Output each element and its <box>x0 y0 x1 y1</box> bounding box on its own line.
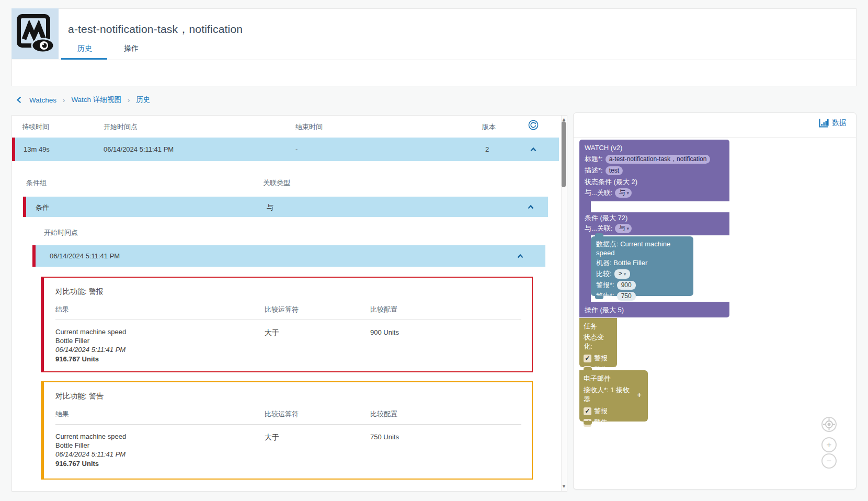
watch-name-field[interactable]: a-test-notification-task，notification <box>606 155 711 164</box>
operator-value: 大于 <box>265 328 279 338</box>
condition-max-label: 条件 (最大 72) <box>585 213 627 223</box>
datapoint-condition-block[interactable]: 数据点: Current machine speed 机器: Bottle Fi… <box>591 236 693 296</box>
block-connector-notch <box>595 233 603 237</box>
col-relation-type: 关联类型 <box>263 178 290 188</box>
condition-relation: 与 <box>267 203 273 212</box>
breadcrumb-history[interactable]: 历史 <box>136 95 150 105</box>
alert-threshold-label: 警报*: <box>596 280 614 290</box>
plus-icon: + <box>827 440 832 450</box>
tab-history[interactable]: 历史 <box>77 44 92 53</box>
row-version: 2 <box>485 145 489 153</box>
watch-desc-field[interactable]: test <box>606 166 623 175</box>
watch-block-spine <box>579 201 591 212</box>
collapse-row-chevron-icon[interactable] <box>530 146 537 153</box>
center-view-button[interactable] <box>821 417 837 432</box>
minus-icon: − <box>827 456 832 466</box>
result-time: 06/14/2024 5:11:41 PM <box>55 450 125 458</box>
collapse-condition-chevron-icon[interactable] <box>527 203 534 211</box>
breadcrumb-watch-detail[interactable]: Watch 详细视图 <box>71 95 121 105</box>
condition-relation-label: 与...关联: <box>585 224 612 233</box>
result-value: 916.767 Units <box>55 355 99 363</box>
chevron-down-icon: ▾ <box>626 190 629 196</box>
datapoint-label: 数据点: Current machine speed <box>596 240 688 257</box>
email-alert-checkbox[interactable]: ✓ <box>584 407 591 415</box>
alert-comparison-card: 对比功能: 警报 结果 比较运算符 比较配置 Current machine s… <box>41 277 533 372</box>
condition-name: 条件 <box>36 203 49 212</box>
watch-condition-section[interactable]: 条件 (最大 72) 与...关联: 与▾ <box>579 212 729 235</box>
email-action-block[interactable]: 电子邮件 接收人*: 1 接收器 ＋ ✓ 警报 ✓ 警告 <box>579 370 648 422</box>
config-value: 900 Units <box>370 328 399 336</box>
compare-operator-dropdown[interactable]: >▾ <box>614 269 631 279</box>
history-row[interactable] <box>12 138 559 161</box>
watch-actions-section[interactable]: 操作 (最大 5) <box>579 302 729 317</box>
breadcrumb: Watches › Watch 详细视图 › 历史 <box>16 95 150 105</box>
watch-block[interactable]: WATCH (v2) 标题*: a-test-notification-task… <box>579 140 729 201</box>
collapse-start-chevron-icon[interactable] <box>517 253 524 260</box>
card-divider <box>55 320 521 320</box>
panel-divider <box>574 138 856 138</box>
check-icon: ✓ <box>585 355 590 362</box>
watch-desc-label: 描述*: <box>585 166 603 175</box>
comparison-title: 对比功能: 警报 <box>55 287 104 297</box>
email-warning-label: 警告 <box>594 418 608 427</box>
scroll-down-icon[interactable]: ▼ <box>562 484 566 488</box>
zoom-in-button[interactable]: + <box>821 437 837 452</box>
col-operator: 比较运算符 <box>265 305 299 314</box>
col-result: 结果 <box>55 305 69 314</box>
tab-actions[interactable]: 操作 <box>124 44 139 53</box>
result-value: 916.767 Units <box>55 460 99 468</box>
data-button-label: 数据 <box>832 118 847 128</box>
col-config: 比较配置 <box>370 305 397 314</box>
col-operator: 比较运算符 <box>265 409 299 419</box>
col-config: 比较配置 <box>370 409 397 419</box>
col-version: 版本 <box>482 122 496 132</box>
col-duration: 持续时间 <box>22 122 49 132</box>
refresh-icon[interactable] <box>528 120 539 132</box>
start-time-value: 06/14/2024 5:11:41 PM <box>50 252 120 260</box>
result-datapoint: Current machine speed <box>55 432 126 440</box>
watch-relation-dropdown[interactable]: 与▾ <box>615 188 632 198</box>
task-action-block[interactable]: 任务 状态变化: ✓ 警报 警告 <box>579 318 617 367</box>
task-block-title: 任务 <box>584 322 597 331</box>
breadcrumb-separator: › <box>128 96 130 104</box>
result-machine: Bottle Filler <box>55 441 89 449</box>
warning-comparison-card: 对比功能: 警告 结果 比较运算符 比较配置 Current machine s… <box>41 381 533 480</box>
task-alert-checkbox[interactable]: ✓ <box>584 355 591 362</box>
col-end: 结束时间 <box>295 122 323 132</box>
watch-block-title: WATCH (v2) <box>585 144 622 152</box>
card-divider <box>55 424 521 425</box>
condition-relation-dropdown[interactable]: 与▾ <box>615 224 632 233</box>
email-alert-label: 警报 <box>594 406 608 416</box>
warning-threshold-field[interactable]: 750 <box>617 292 636 301</box>
watch-name-label: 标题*: <box>585 154 603 164</box>
zoom-out-button[interactable]: − <box>821 453 837 469</box>
actions-max-label: 操作 (最大 5) <box>585 305 624 315</box>
operator-value: 大于 <box>265 433 279 442</box>
data-button[interactable]: 数据 <box>819 118 847 128</box>
crosshair-icon <box>823 418 836 431</box>
breadcrumb-watches[interactable]: Watches <box>29 96 56 104</box>
start-time-label: 开始时间点 <box>44 228 78 237</box>
alert-threshold-field[interactable]: 900 <box>617 281 636 290</box>
alert-state-bar <box>23 197 26 217</box>
back-chevron-icon[interactable] <box>16 96 23 104</box>
block-connector-notch <box>595 295 603 299</box>
chevron-down-icon: ▾ <box>624 271 626 277</box>
scroll-up-icon[interactable]: ▲ <box>562 117 566 121</box>
chevron-down-icon: ▾ <box>626 226 629 231</box>
condition-group-row[interactable] <box>23 197 548 217</box>
page-title: a-test-notification-task，notification <box>68 22 243 37</box>
watch-block-slot <box>591 201 729 212</box>
header-divider <box>12 60 856 60</box>
machine-label: 机器: Bottle Filler <box>596 258 647 268</box>
task-alert-label: 警报 <box>594 354 608 363</box>
email-block-title: 电子邮件 <box>584 374 611 383</box>
scrollbar-thumb[interactable] <box>562 121 566 187</box>
alert-state-bar <box>32 245 36 267</box>
recipients-label: 接收人*: 1 接收器 <box>584 385 633 404</box>
add-recipient-icon[interactable]: ＋ <box>636 390 643 400</box>
watch-app-logo <box>12 8 59 59</box>
col-result: 结果 <box>55 409 69 419</box>
result-time: 06/14/2024 5:11:41 PM <box>55 346 125 354</box>
watch-relation-label: 与...关联: <box>585 188 612 198</box>
